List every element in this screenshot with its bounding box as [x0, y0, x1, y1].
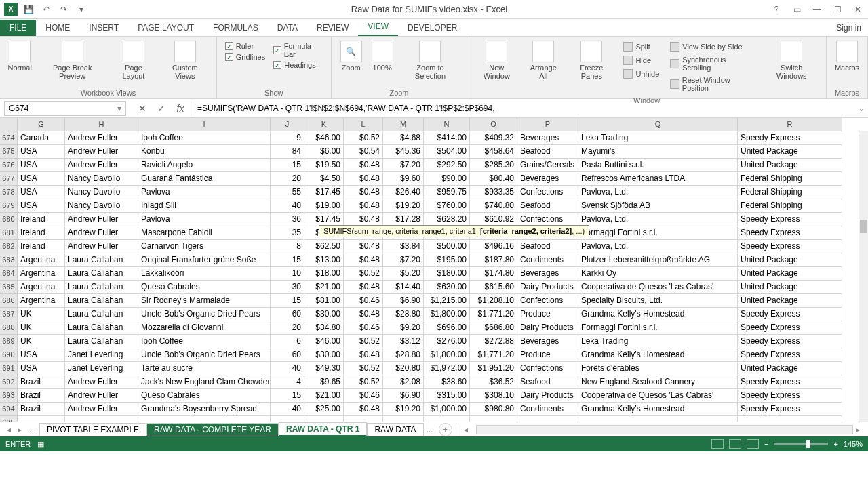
row-header[interactable]: 681	[0, 226, 18, 240]
cell[interactable]	[383, 416, 424, 422]
cell[interactable]: $0.54	[344, 145, 383, 159]
cell[interactable]: 9	[271, 131, 304, 145]
column-header-K[interactable]: K	[304, 118, 344, 131]
name-box[interactable]: G674▾	[4, 101, 126, 116]
formula-bar-checkbox[interactable]: Formula Bar	[273, 42, 322, 58]
cell[interactable]: $3.12	[383, 335, 424, 348]
tab-nav-prev-icon[interactable]: ◂	[4, 425, 14, 434]
cell[interactable]: $276.00	[424, 335, 470, 348]
table-row[interactable]: BrazilAndrew FullerGrandma's Boysenberry…	[18, 403, 868, 416]
cell[interactable]: United Package	[738, 362, 842, 375]
hscroll-right-icon[interactable]: ▸	[856, 425, 865, 434]
cell[interactable]: Beverages	[517, 131, 578, 145]
cell[interactable]: 84	[271, 145, 304, 159]
cell[interactable]: United Package	[738, 159, 842, 172]
cell[interactable]: Condiments	[517, 253, 578, 267]
new-window-button[interactable]: New Window	[473, 39, 520, 81]
cell[interactable]: 60	[271, 348, 304, 362]
cell[interactable]: Laura Callahan	[65, 294, 138, 308]
cell[interactable]: Cooperativa de Quesos 'Las Cabras'	[578, 281, 738, 294]
formulas-tab[interactable]: FORMULAS	[203, 20, 268, 36]
cell[interactable]: Laura Callahan	[65, 281, 138, 294]
cell[interactable]: Andrew Fuller	[65, 159, 138, 172]
normal-view-button[interactable]: Normal	[5, 39, 34, 73]
reset-window-position-button[interactable]: Reset Window Position	[667, 75, 758, 94]
cell[interactable]: Lakkalikööri	[138, 267, 271, 281]
cell[interactable]: $0.52	[344, 375, 383, 389]
column-header-H[interactable]: H	[65, 118, 138, 131]
cell[interactable]: $458.64	[470, 145, 517, 159]
cell[interactable]: $0.48	[344, 240, 383, 253]
cell[interactable]: $1,800.00	[424, 308, 470, 321]
cell[interactable]: $980.80	[470, 403, 517, 416]
cell[interactable]: $21.00	[304, 281, 344, 294]
cell[interactable]: 15	[271, 159, 304, 172]
page-layout-view-icon[interactable]	[729, 439, 741, 449]
cell[interactable]: 40	[271, 403, 304, 416]
cell[interactable]: Pavlova, Ltd.	[578, 186, 738, 199]
freeze-panes-button[interactable]: Freeze Panes	[566, 39, 616, 81]
cell[interactable]: $20.80	[383, 362, 424, 375]
cell[interactable]: 8	[271, 240, 304, 253]
cell[interactable]: Grandma's Boysenberry Spread	[138, 403, 271, 416]
cancel-formula-icon[interactable]: ✕	[136, 102, 149, 115]
cell[interactable]: Produce	[517, 308, 578, 321]
cell[interactable]: Speedy Express	[738, 308, 842, 321]
cell[interactable]: $0.46	[344, 321, 383, 335]
cell[interactable]: $18.00	[304, 267, 344, 281]
cell[interactable]: Pavlova, Ltd.	[578, 213, 738, 226]
cell[interactable]: 4	[271, 375, 304, 389]
cell[interactable]: $81.00	[304, 294, 344, 308]
row-header[interactable]: 694	[0, 403, 18, 416]
cell[interactable]: $0.52	[344, 267, 383, 281]
cell[interactable]: 30	[271, 281, 304, 294]
tab-nav-more-icon[interactable]: ...	[26, 425, 35, 434]
normal-view-icon[interactable]	[711, 439, 724, 449]
column-header-N[interactable]: N	[424, 118, 470, 131]
sign-in-link[interactable]: Sign in	[829, 20, 868, 36]
row-header[interactable]: 675	[0, 145, 18, 159]
cell[interactable]: Grandma Kelly's Homestead	[578, 403, 738, 416]
table-row[interactable]: USAJanet LeverlingTarte au sucre40$49.30…	[18, 362, 868, 375]
cell[interactable]: 15	[271, 294, 304, 308]
formula-input[interactable]: =SUMIFS('RAW DATA - QTR 1'!$N$2:$N$694,'…	[193, 101, 854, 116]
cell[interactable]: $14.40	[383, 281, 424, 294]
cell[interactable]: $17.45	[304, 186, 344, 199]
cell[interactable]: Ravioli Angelo	[138, 159, 271, 172]
cell[interactable]: Speedy Express	[738, 321, 842, 335]
cell[interactable]: Speedy Express	[738, 375, 842, 389]
cell[interactable]: Queso Cabrales	[138, 389, 271, 403]
cell[interactable]: Laura Callahan	[65, 321, 138, 335]
table-row[interactable]: USANancy DavolioInlagd Sill40$19.00$0.48…	[18, 199, 868, 213]
macros-button[interactable]: Macros	[832, 39, 862, 73]
developer-tab[interactable]: DEVELOPER	[398, 20, 467, 36]
cell[interactable]: $30.00	[304, 308, 344, 321]
cell[interactable]: $9.60	[383, 172, 424, 186]
cell[interactable]: $1,215.00	[424, 294, 470, 308]
cell[interactable]: Mozzarella di Giovanni	[138, 321, 271, 335]
headings-checkbox[interactable]: Headings	[273, 61, 322, 69]
table-row[interactable]: USAAndrew FullerRavioli Angelo15$19.50$0…	[18, 159, 868, 172]
cell[interactable]: $0.48	[344, 308, 383, 321]
table-row[interactable]: IrelandAndrew FullerCarnarvon Tigers8$62…	[18, 240, 868, 253]
cell[interactable]: Mayumi's	[578, 145, 738, 159]
cell[interactable]: $3.84	[383, 240, 424, 253]
arrange-all-button[interactable]: Arrange All	[523, 39, 564, 81]
cell[interactable]: USA	[18, 186, 65, 199]
table-row[interactable]: ArgentinaLaura CallahanSir Rodney's Marm…	[18, 294, 868, 308]
table-row[interactable]: UKLaura CallahanMozzarella di Giovanni20…	[18, 321, 868, 335]
cell[interactable]: $615.60	[470, 281, 517, 294]
cell[interactable]: $500.00	[424, 240, 470, 253]
column-header-O[interactable]: O	[470, 118, 517, 131]
row-header[interactable]: 685	[0, 281, 18, 294]
cells-area[interactable]: CanadaAndrew FullerIpoh Coffee9$46.00$0.…	[18, 131, 868, 422]
cell[interactable]: 15	[271, 389, 304, 403]
table-row[interactable]: ArgentinaLaura CallahanLakkalikööri10$18…	[18, 267, 868, 281]
cell[interactable]: $6.90	[383, 389, 424, 403]
row-header[interactable]: 678	[0, 186, 18, 199]
cell[interactable]: United Package	[738, 281, 842, 294]
row-header[interactable]: 683	[0, 253, 18, 267]
tab-nav-next-icon[interactable]: ▸	[15, 425, 24, 434]
cell[interactable]: $2.08	[383, 375, 424, 389]
cell[interactable]: $1,951.20	[470, 362, 517, 375]
